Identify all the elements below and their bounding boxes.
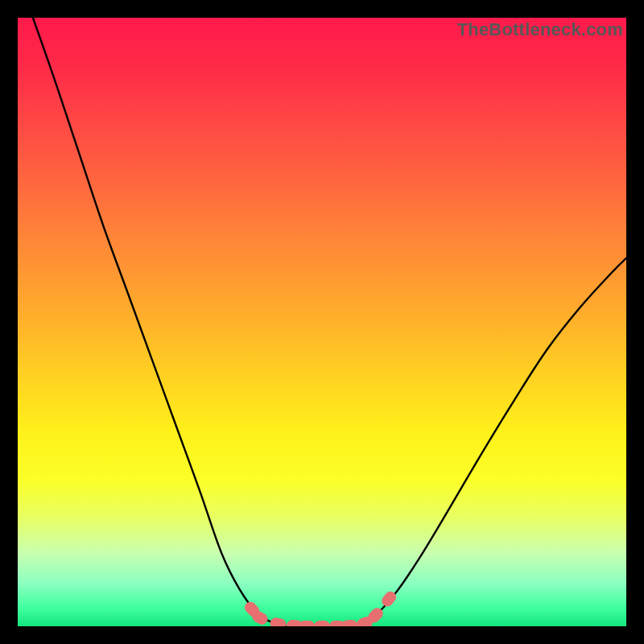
chart-frame: TheBottleneck.com — [0, 0, 644, 644]
markers-group — [242, 589, 398, 626]
valley-marker — [299, 621, 315, 626]
bottleneck-curve — [33, 18, 626, 626]
valley-marker — [341, 619, 357, 626]
valley-marker — [314, 621, 330, 626]
lines-group — [33, 18, 626, 626]
valley-marker — [269, 617, 287, 626]
watermark-text: TheBottleneck.com — [457, 19, 623, 40]
chart-svg — [18, 18, 626, 626]
